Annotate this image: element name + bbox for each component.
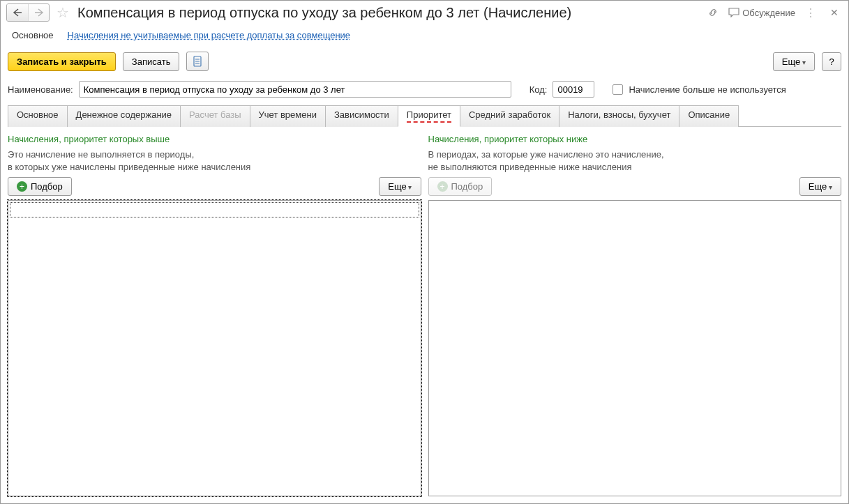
app-window: ☆ Компенсация в период отпуска по уходу … [0,0,849,504]
arrow-left-icon [13,8,22,17]
titlebar: ☆ Компенсация в период отпуска по уходу … [1,1,848,24]
document-properties-button[interactable] [186,52,209,71]
code-label: Код: [529,84,548,95]
discussion-label: Обсуждение [742,8,795,18]
form-row: Наименование: Код: Начисление больше не … [1,77,848,105]
higher-priority-desc: Это начисление не выполняется в периоды,… [8,148,421,173]
tab-description[interactable]: Описание [679,105,739,127]
higher-priority-panel: Начисления, приоритет которых выше Это н… [8,134,421,496]
link-icon[interactable] [707,7,719,18]
subnav-extra-link[interactable]: Начисления не учитываемые при расчете до… [68,30,351,40]
tab-time-tracking[interactable]: Учет времени [250,105,326,127]
lower-priority-desc: В периодах, за которые уже начислено это… [428,148,842,173]
lower-more-button[interactable]: Еще [799,177,841,196]
discussion-button[interactable]: Обсуждение [728,8,795,18]
plus-icon: + [437,181,448,192]
tab-dependencies[interactable]: Зависимости [325,105,398,127]
nav-back-button[interactable] [7,4,28,21]
deprecated-label: Начисление больше не используется [629,84,786,95]
lower-priority-panel: Начисления, приоритет которых ниже В пер… [428,134,842,496]
tab-main[interactable]: Основное [8,105,68,127]
page-title: Компенсация в период отпуска по уходу за… [77,5,703,21]
subnav-main[interactable]: Основное [12,30,54,40]
chat-icon [728,8,739,17]
higher-priority-title: Начисления, приоритет которых выше [8,134,421,144]
priority-content: Начисления, приоритет которых выше Это н… [1,127,848,503]
name-field[interactable] [79,81,511,98]
tab-money-content[interactable]: Денежное содержание [67,105,181,127]
subnav: Основное Начисления не учитываемые при р… [1,24,848,49]
tab-priority[interactable]: Приоритет [398,105,460,127]
lower-pick-button: + Подбор [428,177,493,196]
document-icon [193,56,202,67]
toolbar: Записать и закрыть Записать Еще ? [1,49,848,77]
tab-average-earnings[interactable]: Средний заработок [460,105,559,127]
nav-forward-button [28,4,49,21]
title-actions: Обсуждение ⋮ ✕ [707,6,843,20]
save-and-close-button[interactable]: Записать и закрыть [8,52,116,71]
code-field[interactable] [553,81,594,98]
help-button[interactable]: ? [822,52,841,71]
tab-base-calc: Расчет базы [180,105,250,127]
lower-priority-list[interactable] [428,200,842,496]
arrow-right-icon [34,8,44,17]
higher-pick-button[interactable]: + Подбор [8,177,72,196]
kebab-menu-icon[interactable]: ⋮ [805,6,816,20]
save-button[interactable]: Записать [123,52,180,71]
lower-priority-title: Начисления, приоритет которых ниже [428,134,842,144]
nav-buttons [6,3,50,22]
favorite-star-icon[interactable]: ☆ [57,4,69,21]
toolbar-more-button[interactable]: Еще [773,52,815,71]
deprecated-checkbox[interactable] [613,84,623,95]
tabs: Основное Денежное содержание Расчет базы… [8,105,841,127]
name-label: Наименование: [8,84,73,95]
tab-taxes-accounting[interactable]: Налоги, взносы, бухучет [559,105,679,127]
list-item[interactable] [10,202,419,217]
close-button[interactable]: ✕ [826,7,843,18]
plus-icon: + [17,181,27,192]
lower-priority-toolbar: + Подбор Еще [428,177,842,196]
higher-more-button[interactable]: Еще [379,177,421,196]
higher-priority-list[interactable] [8,200,421,496]
higher-priority-toolbar: + Подбор Еще [8,177,421,196]
